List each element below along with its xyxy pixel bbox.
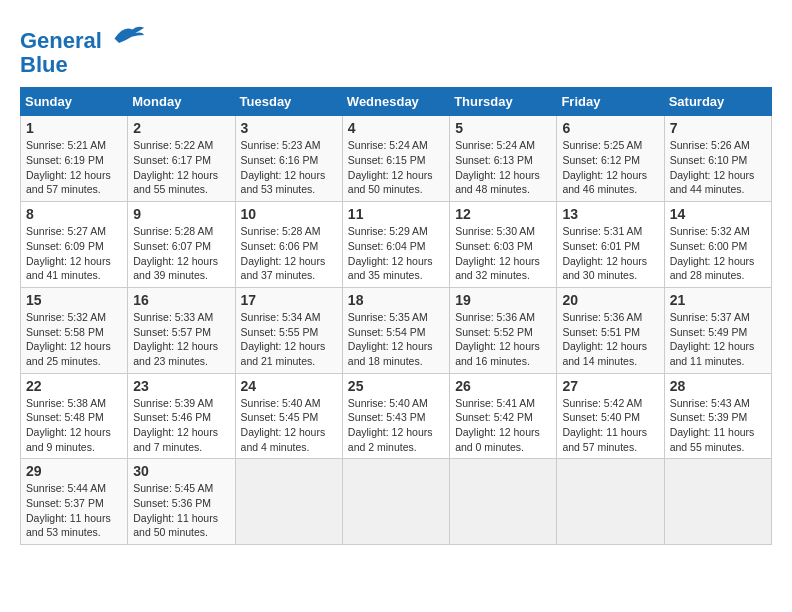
header-wednesday: Wednesday — [342, 88, 449, 116]
calendar-cell: 12Sunrise: 5:30 AM Sunset: 6:03 PM Dayli… — [450, 202, 557, 288]
calendar-table: SundayMondayTuesdayWednesdayThursdayFrid… — [20, 87, 772, 545]
day-detail: Sunrise: 5:37 AM Sunset: 5:49 PM Dayligh… — [670, 310, 766, 369]
calendar-cell: 10Sunrise: 5:28 AM Sunset: 6:06 PM Dayli… — [235, 202, 342, 288]
calendar-week-3: 15Sunrise: 5:32 AM Sunset: 5:58 PM Dayli… — [21, 287, 772, 373]
header-thursday: Thursday — [450, 88, 557, 116]
day-detail: Sunrise: 5:27 AM Sunset: 6:09 PM Dayligh… — [26, 224, 122, 283]
calendar-cell: 1Sunrise: 5:21 AM Sunset: 6:19 PM Daylig… — [21, 116, 128, 202]
day-detail: Sunrise: 5:28 AM Sunset: 6:06 PM Dayligh… — [241, 224, 337, 283]
day-number: 27 — [562, 378, 658, 394]
day-detail: Sunrise: 5:34 AM Sunset: 5:55 PM Dayligh… — [241, 310, 337, 369]
day-detail: Sunrise: 5:26 AM Sunset: 6:10 PM Dayligh… — [670, 138, 766, 197]
calendar-cell — [450, 459, 557, 545]
calendar-cell: 6Sunrise: 5:25 AM Sunset: 6:12 PM Daylig… — [557, 116, 664, 202]
day-detail: Sunrise: 5:40 AM Sunset: 5:43 PM Dayligh… — [348, 396, 444, 455]
calendar-week-1: 1Sunrise: 5:21 AM Sunset: 6:19 PM Daylig… — [21, 116, 772, 202]
calendar-cell: 22Sunrise: 5:38 AM Sunset: 5:48 PM Dayli… — [21, 373, 128, 459]
day-detail: Sunrise: 5:42 AM Sunset: 5:40 PM Dayligh… — [562, 396, 658, 455]
day-number: 3 — [241, 120, 337, 136]
header-sunday: Sunday — [21, 88, 128, 116]
day-detail: Sunrise: 5:28 AM Sunset: 6:07 PM Dayligh… — [133, 224, 229, 283]
day-number: 26 — [455, 378, 551, 394]
logo: General Blue — [20, 20, 146, 77]
day-detail: Sunrise: 5:23 AM Sunset: 6:16 PM Dayligh… — [241, 138, 337, 197]
day-number: 10 — [241, 206, 337, 222]
calendar-cell: 4Sunrise: 5:24 AM Sunset: 6:15 PM Daylig… — [342, 116, 449, 202]
day-detail: Sunrise: 5:36 AM Sunset: 5:52 PM Dayligh… — [455, 310, 551, 369]
day-detail: Sunrise: 5:41 AM Sunset: 5:42 PM Dayligh… — [455, 396, 551, 455]
day-number: 11 — [348, 206, 444, 222]
day-detail: Sunrise: 5:32 AM Sunset: 5:58 PM Dayligh… — [26, 310, 122, 369]
day-number: 8 — [26, 206, 122, 222]
day-number: 6 — [562, 120, 658, 136]
calendar-cell: 17Sunrise: 5:34 AM Sunset: 5:55 PM Dayli… — [235, 287, 342, 373]
day-detail: Sunrise: 5:39 AM Sunset: 5:46 PM Dayligh… — [133, 396, 229, 455]
calendar-cell: 18Sunrise: 5:35 AM Sunset: 5:54 PM Dayli… — [342, 287, 449, 373]
day-detail: Sunrise: 5:22 AM Sunset: 6:17 PM Dayligh… — [133, 138, 229, 197]
day-number: 1 — [26, 120, 122, 136]
day-number: 13 — [562, 206, 658, 222]
day-number: 29 — [26, 463, 122, 479]
day-detail: Sunrise: 5:32 AM Sunset: 6:00 PM Dayligh… — [670, 224, 766, 283]
day-detail: Sunrise: 5:43 AM Sunset: 5:39 PM Dayligh… — [670, 396, 766, 455]
day-number: 4 — [348, 120, 444, 136]
day-number: 9 — [133, 206, 229, 222]
day-detail: Sunrise: 5:30 AM Sunset: 6:03 PM Dayligh… — [455, 224, 551, 283]
day-number: 12 — [455, 206, 551, 222]
day-detail: Sunrise: 5:25 AM Sunset: 6:12 PM Dayligh… — [562, 138, 658, 197]
page-header: General Blue — [20, 20, 772, 77]
calendar-week-5: 29Sunrise: 5:44 AM Sunset: 5:37 PM Dayli… — [21, 459, 772, 545]
day-number: 19 — [455, 292, 551, 308]
day-number: 25 — [348, 378, 444, 394]
day-detail: Sunrise: 5:29 AM Sunset: 6:04 PM Dayligh… — [348, 224, 444, 283]
logo-bird-icon — [110, 20, 146, 48]
day-detail: Sunrise: 5:21 AM Sunset: 6:19 PM Dayligh… — [26, 138, 122, 197]
calendar-cell: 3Sunrise: 5:23 AM Sunset: 6:16 PM Daylig… — [235, 116, 342, 202]
header-saturday: Saturday — [664, 88, 771, 116]
day-number: 23 — [133, 378, 229, 394]
day-number: 2 — [133, 120, 229, 136]
calendar-cell: 2Sunrise: 5:22 AM Sunset: 6:17 PM Daylig… — [128, 116, 235, 202]
header-tuesday: Tuesday — [235, 88, 342, 116]
calendar-cell: 30Sunrise: 5:45 AM Sunset: 5:36 PM Dayli… — [128, 459, 235, 545]
day-detail: Sunrise: 5:45 AM Sunset: 5:36 PM Dayligh… — [133, 481, 229, 540]
day-number: 18 — [348, 292, 444, 308]
day-detail: Sunrise: 5:24 AM Sunset: 6:15 PM Dayligh… — [348, 138, 444, 197]
day-detail: Sunrise: 5:31 AM Sunset: 6:01 PM Dayligh… — [562, 224, 658, 283]
calendar-cell: 25Sunrise: 5:40 AM Sunset: 5:43 PM Dayli… — [342, 373, 449, 459]
calendar-cell: 5Sunrise: 5:24 AM Sunset: 6:13 PM Daylig… — [450, 116, 557, 202]
calendar-cell: 24Sunrise: 5:40 AM Sunset: 5:45 PM Dayli… — [235, 373, 342, 459]
calendar-cell: 13Sunrise: 5:31 AM Sunset: 6:01 PM Dayli… — [557, 202, 664, 288]
calendar-cell — [342, 459, 449, 545]
day-number: 5 — [455, 120, 551, 136]
day-detail: Sunrise: 5:38 AM Sunset: 5:48 PM Dayligh… — [26, 396, 122, 455]
calendar-cell — [664, 459, 771, 545]
calendar-cell: 20Sunrise: 5:36 AM Sunset: 5:51 PM Dayli… — [557, 287, 664, 373]
calendar-cell — [557, 459, 664, 545]
day-detail: Sunrise: 5:35 AM Sunset: 5:54 PM Dayligh… — [348, 310, 444, 369]
day-number: 17 — [241, 292, 337, 308]
calendar-week-2: 8Sunrise: 5:27 AM Sunset: 6:09 PM Daylig… — [21, 202, 772, 288]
calendar-cell: 28Sunrise: 5:43 AM Sunset: 5:39 PM Dayli… — [664, 373, 771, 459]
calendar-cell: 27Sunrise: 5:42 AM Sunset: 5:40 PM Dayli… — [557, 373, 664, 459]
day-detail: Sunrise: 5:36 AM Sunset: 5:51 PM Dayligh… — [562, 310, 658, 369]
calendar-cell: 29Sunrise: 5:44 AM Sunset: 5:37 PM Dayli… — [21, 459, 128, 545]
calendar-week-4: 22Sunrise: 5:38 AM Sunset: 5:48 PM Dayli… — [21, 373, 772, 459]
day-number: 14 — [670, 206, 766, 222]
calendar-cell: 19Sunrise: 5:36 AM Sunset: 5:52 PM Dayli… — [450, 287, 557, 373]
calendar-cell: 26Sunrise: 5:41 AM Sunset: 5:42 PM Dayli… — [450, 373, 557, 459]
calendar-cell: 23Sunrise: 5:39 AM Sunset: 5:46 PM Dayli… — [128, 373, 235, 459]
calendar-cell: 14Sunrise: 5:32 AM Sunset: 6:00 PM Dayli… — [664, 202, 771, 288]
logo-blue: Blue — [20, 52, 68, 77]
calendar-cell: 9Sunrise: 5:28 AM Sunset: 6:07 PM Daylig… — [128, 202, 235, 288]
day-number: 21 — [670, 292, 766, 308]
day-number: 28 — [670, 378, 766, 394]
header-friday: Friday — [557, 88, 664, 116]
calendar-cell: 11Sunrise: 5:29 AM Sunset: 6:04 PM Dayli… — [342, 202, 449, 288]
day-number: 24 — [241, 378, 337, 394]
day-number: 20 — [562, 292, 658, 308]
day-number: 22 — [26, 378, 122, 394]
header-row: SundayMondayTuesdayWednesdayThursdayFrid… — [21, 88, 772, 116]
header-monday: Monday — [128, 88, 235, 116]
logo-general: General — [20, 28, 102, 53]
